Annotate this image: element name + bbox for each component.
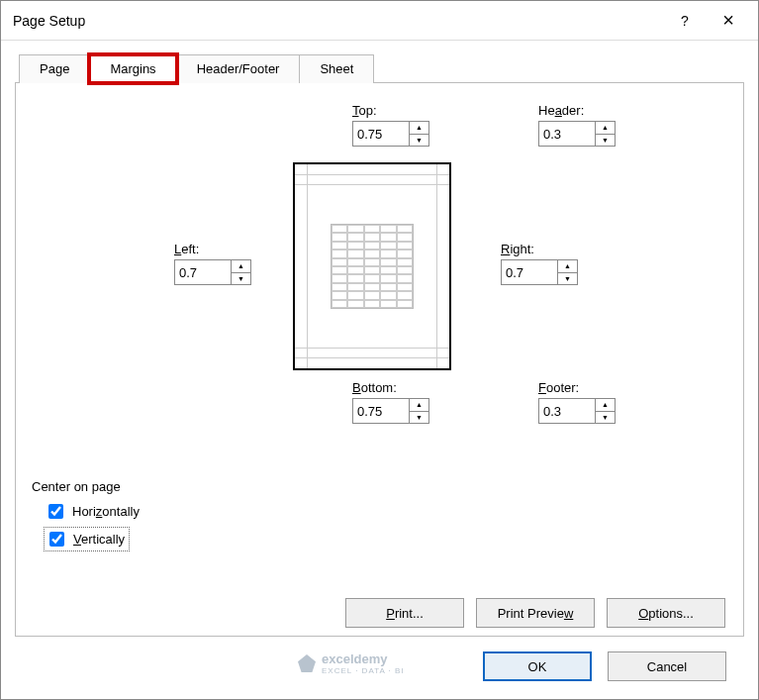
- spin-down-icon[interactable]: ▼: [596, 412, 615, 424]
- margin-right-input[interactable]: [502, 260, 557, 284]
- watermark-tagline: EXCEL · DATA · BI: [322, 666, 405, 675]
- margin-bottom-input[interactable]: [353, 399, 409, 423]
- help-button[interactable]: ?: [663, 1, 707, 41]
- print-button[interactable]: Print...: [345, 598, 464, 628]
- spin-down-icon[interactable]: ▼: [410, 135, 428, 147]
- page-preview: [293, 162, 451, 370]
- spin-up-icon[interactable]: ▲: [596, 122, 615, 135]
- center-on-page-section: Center on page Horizontally Vertically: [32, 479, 143, 555]
- tab-header-footer[interactable]: Header/Footer: [176, 54, 301, 83]
- spin-up-icon[interactable]: ▲: [410, 399, 428, 412]
- margin-top-label: Top:: [352, 103, 429, 118]
- margin-top-spinner[interactable]: ▲▼: [352, 121, 429, 147]
- center-vertically-checkbox[interactable]: [49, 532, 64, 547]
- cancel-button[interactable]: Cancel: [608, 651, 726, 681]
- margin-footer-group: Footer: ▲▼: [538, 380, 616, 424]
- margin-header-label: Header:: [538, 103, 616, 118]
- spin-up-icon[interactable]: ▲: [558, 260, 577, 273]
- margin-top-input[interactable]: [353, 122, 409, 146]
- margin-left-spinner[interactable]: ▲▼: [174, 259, 251, 285]
- margin-right-spinner[interactable]: ▲▼: [501, 259, 578, 285]
- margin-right-group: Right: ▲▼: [501, 242, 578, 285]
- spin-down-icon[interactable]: ▼: [596, 135, 615, 147]
- margin-left-group: Left: ▲▼: [174, 242, 251, 285]
- title-bar: Page Setup ? ×: [1, 1, 758, 41]
- margin-top-group: Top: ▲▼: [352, 103, 429, 147]
- margin-bottom-group: Bottom: ▲▼: [352, 380, 429, 424]
- print-preview-button[interactable]: Print Preview: [476, 598, 595, 628]
- window-title: Page Setup: [13, 13, 663, 29]
- margin-header-spinner[interactable]: ▲▼: [538, 121, 616, 147]
- spin-down-icon[interactable]: ▼: [232, 273, 250, 285]
- tab-margins[interactable]: Margins: [89, 54, 176, 83]
- spin-down-icon[interactable]: ▼: [410, 412, 428, 424]
- margin-bottom-label: Bottom:: [352, 380, 429, 395]
- spin-up-icon[interactable]: ▲: [232, 260, 250, 273]
- tab-sheet[interactable]: Sheet: [299, 54, 374, 83]
- margin-header-group: Header: ▲▼: [538, 103, 616, 147]
- margin-bottom-spinner[interactable]: ▲▼: [352, 398, 429, 424]
- center-horizontally-label: Horizontally: [72, 504, 140, 519]
- tab-bar: Page Margins Header/Footer Sheet: [19, 54, 758, 83]
- options-button[interactable]: Options...: [607, 598, 725, 628]
- margin-footer-label: Footer:: [538, 380, 616, 395]
- spin-up-icon[interactable]: ▲: [410, 122, 428, 135]
- margin-right-label: Right:: [501, 242, 578, 256]
- margin-left-input[interactable]: [175, 260, 231, 284]
- spin-down-icon[interactable]: ▼: [558, 273, 577, 285]
- spin-up-icon[interactable]: ▲: [596, 399, 615, 412]
- watermark-brand: exceldemy: [322, 651, 388, 666]
- watermark-logo-icon: [298, 654, 316, 672]
- ok-button[interactable]: OK: [483, 651, 592, 681]
- margins-panel: Top: ▲▼ Header: ▲▼ Left: ▲▼ Right:: [15, 82, 744, 637]
- margin-footer-spinner[interactable]: ▲▼: [538, 398, 616, 424]
- watermark: exceldemy EXCEL · DATA · BI: [298, 651, 405, 675]
- page-preview-grid: [331, 224, 414, 309]
- center-heading: Center on page: [32, 479, 143, 494]
- close-button[interactable]: ×: [707, 1, 750, 41]
- margin-left-label: Left:: [174, 242, 251, 256]
- tab-page[interactable]: Page: [19, 54, 90, 83]
- center-horizontally-checkbox[interactable]: [48, 504, 63, 519]
- center-vertically-label: Vertically: [73, 532, 125, 547]
- center-horizontally-row[interactable]: Horizontally: [44, 500, 143, 523]
- margin-footer-input[interactable]: [539, 399, 595, 423]
- margin-header-input[interactable]: [539, 122, 595, 146]
- panel-buttons: Print... Print Preview Options...: [345, 598, 725, 628]
- dialog-buttons: OK Cancel: [483, 651, 726, 681]
- center-vertically-row[interactable]: Vertically: [44, 527, 130, 551]
